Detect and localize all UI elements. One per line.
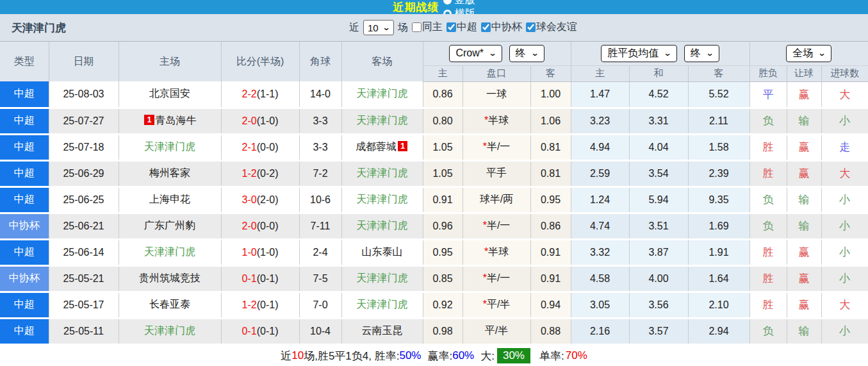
- chevron-down-icon: ⌄: [705, 49, 714, 58]
- filter-checkbox-2[interactable]: 中协杯: [481, 21, 522, 34]
- result-handicap-cell: 输: [787, 213, 821, 239]
- score-cell: 2-0(1-0): [221, 108, 299, 134]
- odds-home-cell: 0.80: [423, 108, 463, 134]
- away-team-cell: 天津津门虎: [341, 265, 423, 292]
- recent-count-select[interactable]: 10 ⌄: [363, 20, 394, 35]
- result-goals-cell: 小: [821, 265, 868, 292]
- result-goals-cell: 小: [821, 108, 868, 134]
- score-cell: 0-1(0-1): [221, 318, 299, 344]
- checkbox-input[interactable]: [412, 22, 422, 32]
- home-team-cell: 贵州筑城竞技: [119, 265, 221, 292]
- date-cell: 25-05-21: [49, 265, 119, 292]
- handicap-cell: *半/一: [463, 134, 530, 160]
- avg-draw-cell: 3.51: [629, 213, 688, 239]
- cover-rate-label: 赢率:: [427, 349, 452, 363]
- league-type-cell: 中超: [0, 134, 49, 160]
- checkbox-group: 同主中超中协杯球会友谊: [408, 21, 577, 35]
- score-cell: 2-1(0-0): [221, 134, 299, 160]
- date-cell: 25-06-21: [49, 213, 119, 239]
- layout-radio-0[interactable]: 竖版: [443, 0, 475, 7]
- odds-away-cell: 0.86: [530, 213, 571, 239]
- scope-group: 全场⌄: [749, 42, 868, 65]
- single-rate-value: 70%: [566, 349, 587, 362]
- filter-controls: 近 10 ⌄ 场 同主中超中协杯球会友谊: [349, 14, 577, 41]
- scope-select[interactable]: 全场⌄: [786, 45, 831, 62]
- layout-radio-1[interactable]: 横版: [443, 7, 475, 14]
- checkbox-input[interactable]: [446, 22, 456, 32]
- layout-radio-group: 竖版横版: [443, 0, 475, 14]
- result-handicap-cell: 赢: [787, 160, 821, 187]
- avg-home-cell: 3.23: [571, 108, 629, 134]
- handicap-star: *: [484, 246, 488, 257]
- odds-state-select[interactable]: 终⌄: [509, 45, 545, 62]
- checkbox-input[interactable]: [526, 22, 536, 32]
- result-goals-cell: 小: [821, 213, 868, 239]
- score-cell: 1-2(0-2): [221, 160, 299, 187]
- match-row: 中协杯25-06-21广东广州豹2-0(0-0)7-11天津津门虎0.96*半/…: [0, 213, 868, 239]
- handicap-star: *: [483, 299, 487, 310]
- corner-cell: 10-6: [299, 187, 341, 213]
- home-team-cell: 天津津门虎: [119, 239, 221, 265]
- red-card-badge: 1: [398, 141, 407, 151]
- date-cell: 25-06-29: [49, 160, 119, 187]
- filter-checkbox-3[interactable]: 球会友谊: [526, 21, 577, 34]
- result-goals-cell: 小: [821, 318, 868, 344]
- avg-away-cell: 1.91: [688, 239, 749, 265]
- match-row: 中超25-06-29梅州客家1-2(0-2)7-2天津津门虎1.05平手0.81…: [0, 160, 868, 187]
- sub-header-odds-away: 客: [530, 65, 571, 81]
- avg-away-cell: 2.11: [688, 108, 749, 134]
- result-goals-cell: 大: [821, 292, 868, 318]
- handicap-cell: 平手: [463, 160, 530, 187]
- result-handicap-cell: 输: [787, 187, 821, 213]
- match-row: 中超25-07-18天津津门虎2-1(0-0)3-3成都蓉城11.05*半/一0…: [0, 134, 868, 160]
- chevron-down-icon: ⌄: [818, 49, 826, 58]
- corner-cell: 7-11: [299, 213, 341, 239]
- corner-cell: 2-4: [299, 239, 341, 265]
- sub-header-avg-draw: 和: [629, 65, 688, 81]
- date-cell: 25-06-25: [49, 187, 119, 213]
- league-type-cell: 中超: [0, 239, 49, 265]
- summary-record: 场,胜5平1负4, 胜率:: [304, 349, 399, 363]
- score-cell: 2-2(1-1): [221, 81, 299, 108]
- checkbox-input[interactable]: [481, 22, 491, 32]
- league-type-cell: 中超: [0, 160, 49, 187]
- cover-rate-value: 60%: [452, 349, 474, 362]
- sub-header-handicap: 盘口: [463, 65, 530, 81]
- avg-away-cell: 1.64: [688, 265, 749, 292]
- filter-checkbox-0[interactable]: 同主: [412, 21, 443, 34]
- sub-header-avg-home: 主: [571, 65, 629, 81]
- match-row: 中超25-06-14天津津门虎1-0(1-0)2-4山东泰山0.95*半球0.9…: [0, 239, 868, 265]
- score-cell: 3-0(2-0): [221, 187, 299, 213]
- date-cell: 25-07-18: [49, 134, 119, 160]
- col-header-home: 主场: [119, 42, 221, 81]
- sub-header-result-handicap: 让球: [787, 65, 821, 81]
- odds-company-select[interactable]: Crow*⌄: [449, 45, 502, 62]
- odds-away-cell: 0.91: [530, 265, 571, 292]
- sub-header-result-wl: 胜负: [749, 65, 787, 81]
- result-goals-cell: 走: [821, 134, 868, 160]
- recent-count-value: 10: [368, 22, 379, 33]
- league-type-cell: 中协杯: [0, 213, 49, 239]
- home-team-cell: 长春亚泰: [119, 292, 221, 318]
- result-wl-cell: 负: [749, 318, 787, 344]
- odds-away-cell: 0.81: [530, 160, 571, 187]
- avg-home-cell: 1.47: [571, 81, 629, 108]
- match-history-table: 类型 日期 主场 比分(半场) 角球 客场 Crow*⌄ 终⌄ 胜平负均值⌄ 终…: [0, 42, 868, 345]
- handicap-cell: *半球: [463, 239, 530, 265]
- big-rate-label: 大:: [480, 349, 495, 363]
- sub-header-avg-away: 客: [688, 65, 749, 81]
- away-team-cell: 天津津门虎: [341, 292, 423, 318]
- result-handicap-cell: 输: [787, 108, 821, 134]
- filter-checkbox-1[interactable]: 中超: [446, 21, 477, 34]
- result-wl-cell: 胜: [749, 265, 787, 292]
- result-wl-cell: 胜: [749, 292, 787, 318]
- europe-odds-select[interactable]: 胜平负均值⌄: [601, 45, 677, 62]
- avg-home-cell: 2.59: [571, 160, 629, 187]
- home-team-cell: 天津津门虎: [119, 134, 221, 160]
- avg-draw-cell: 3.31: [629, 108, 688, 134]
- avg-away-cell: 5.52: [688, 81, 749, 108]
- europe-state-select[interactable]: 终⌄: [684, 45, 719, 62]
- europe-odds-group: 胜平负均值⌄ 终⌄: [571, 42, 749, 65]
- odds-away-cell: 0.95: [530, 187, 571, 213]
- date-cell: 25-07-27: [49, 108, 119, 134]
